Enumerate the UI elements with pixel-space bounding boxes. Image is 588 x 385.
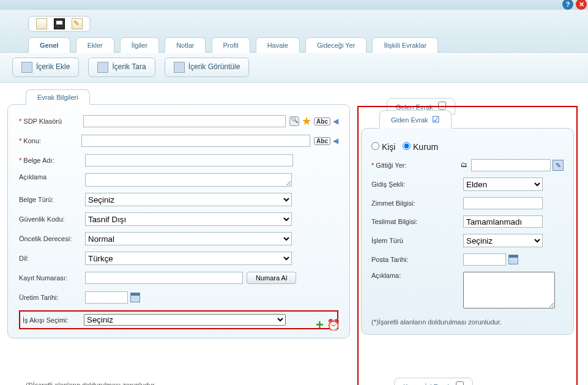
- dil-label: Dil:: [19, 255, 85, 262]
- kurum-ici-checkbox[interactable]: [456, 381, 464, 385]
- zimmet-input[interactable]: [463, 197, 543, 209]
- islem-turu-select[interactable]: Seçiniz: [463, 234, 543, 247]
- clipboard-view-icon: [174, 62, 185, 73]
- aciklama-right-label: Açıklama:: [371, 272, 463, 279]
- tab-ekler[interactable]: Ekler: [76, 37, 114, 53]
- gittigi-yer-input[interactable]: [471, 159, 551, 171]
- numara-al-button[interactable]: Numara Al: [247, 272, 296, 284]
- zimmet-label: Zimmet Bilgisi:: [371, 200, 463, 207]
- oncelik-select[interactable]: Normal: [85, 232, 292, 245]
- aciklama-label: Açıklama: [19, 173, 85, 181]
- giden-evrak-tab[interactable]: Giden Evrak☑: [379, 110, 452, 129]
- new-doc-icon[interactable]: [36, 18, 47, 29]
- sdp-lookup-icon[interactable]: [289, 116, 299, 126]
- tab-notlar[interactable]: Notlar: [165, 37, 206, 53]
- close-icon[interactable]: ✕: [576, 0, 587, 10]
- gidis-sekli-select[interactable]: Elden: [463, 178, 543, 191]
- belge-turu-select[interactable]: Seçiniz: [85, 193, 292, 206]
- belge-adi-input[interactable]: [85, 154, 293, 166]
- add-workflow-icon[interactable]: +: [316, 317, 324, 333]
- islem-turu-label: İşlem Türü: [371, 237, 463, 244]
- icerik-goruntule-label: İçerik Görüntüle: [188, 62, 240, 71]
- tree-picker-icon[interactable]: 🗂: [461, 161, 469, 170]
- collapse-icon-2[interactable]: ◀: [333, 136, 338, 145]
- is-akisi-select[interactable]: Seçiniz: [84, 314, 286, 326]
- required-note-right: (*)İşaretli alanların doldurulması zorun…: [371, 318, 564, 326]
- tab-ilgiler[interactable]: İlgiler: [120, 37, 159, 53]
- kayit-no-label: Kayıt Numarası:: [19, 274, 85, 282]
- icerik-ekle-button[interactable]: İçerik Ekle: [12, 58, 79, 77]
- belge-turu-label: Belge Türü:: [19, 196, 85, 203]
- kurum-ici-evrak-tab[interactable]: Kurum İçi Evrak: [394, 378, 473, 385]
- edit-target-icon[interactable]: ✎: [553, 160, 564, 171]
- is-akisi-label: İş Akışı Seçimi:: [23, 316, 84, 324]
- icerik-goruntule-button[interactable]: İçerik Görüntüle: [165, 58, 250, 77]
- gidis-sekli-label: Gidiş Şekli:: [371, 181, 463, 188]
- posta-tarihi-label: Posta Tarihi:: [371, 256, 463, 263]
- tab-profil[interactable]: Profil: [212, 37, 250, 53]
- evrak-bilgileri-header: Evrak Bilgileri: [26, 89, 90, 105]
- required-note: (*)İşaretli alanların doldurulması zorun…: [7, 381, 350, 385]
- kayit-no-input[interactable]: [85, 272, 243, 284]
- tab-iliskili-evraklar[interactable]: İlişkili Evraklar: [372, 37, 438, 53]
- sdp-input[interactable]: [83, 115, 286, 127]
- uretim-label: Üretim Tarihi:: [19, 294, 85, 301]
- teslimat-input[interactable]: [463, 215, 543, 228]
- icerik-tara-label: İçerik Tara: [112, 62, 146, 71]
- konu-label: * Konu:: [19, 137, 81, 144]
- giden-evrak-check-icon[interactable]: ☑: [432, 114, 440, 124]
- icerik-ekle-label: İçerik Ekle: [36, 62, 70, 71]
- help-icon[interactable]: ?: [562, 0, 573, 10]
- teslimat-label: Teslimat Bilgisi:: [371, 218, 463, 225]
- kurum-radio[interactable]: Kurum: [403, 142, 438, 152]
- calendar-icon[interactable]: [130, 293, 140, 302]
- konu-input[interactable]: [81, 135, 310, 147]
- belge-adi-label: * Belge Adı:: [19, 157, 85, 164]
- favorite-icon[interactable]: ★: [302, 116, 311, 126]
- edit-icon[interactable]: [72, 18, 83, 29]
- posta-tarihi-input[interactable]: [463, 253, 506, 266]
- calendar-icon-2[interactable]: [508, 255, 518, 264]
- tab-havale[interactable]: Havale: [256, 37, 300, 53]
- dil-select[interactable]: Türkçe: [85, 252, 292, 265]
- scanner-icon: [97, 62, 108, 73]
- abc-badge-2[interactable]: Abc: [314, 137, 330, 145]
- save-icon[interactable]: [54, 18, 65, 29]
- tab-gidecegi-yer[interactable]: Gideceği Yer: [305, 37, 367, 53]
- oncelik-label: Öncelik Derecesi:: [19, 235, 85, 242]
- toolbar: [28, 16, 91, 32]
- guvenlik-label: Güvenlik Kodu:: [19, 215, 85, 223]
- uretim-tarihi-input[interactable]: [85, 291, 128, 304]
- sdp-label: * SDP Klasörü: [19, 118, 83, 125]
- schedule-icon[interactable]: ⏰: [327, 318, 340, 332]
- gittigi-yer-label: * Gittiği Yer:: [371, 162, 461, 169]
- guvenlik-select[interactable]: Tasnif Dışı: [85, 212, 292, 226]
- collapse-icon[interactable]: ◀: [333, 117, 338, 125]
- icerik-tara-button[interactable]: İçerik Tara: [88, 58, 155, 77]
- abc-badge[interactable]: Abc: [314, 118, 330, 125]
- kisi-radio[interactable]: Kişi: [371, 142, 395, 152]
- tab-genel[interactable]: Genel: [28, 37, 70, 53]
- aciklama-right-textarea[interactable]: [463, 272, 555, 308]
- giden-evrak-label: Giden Evrak: [391, 116, 428, 124]
- clipboard-add-icon: [21, 62, 32, 73]
- aciklama-textarea[interactable]: [85, 173, 292, 187]
